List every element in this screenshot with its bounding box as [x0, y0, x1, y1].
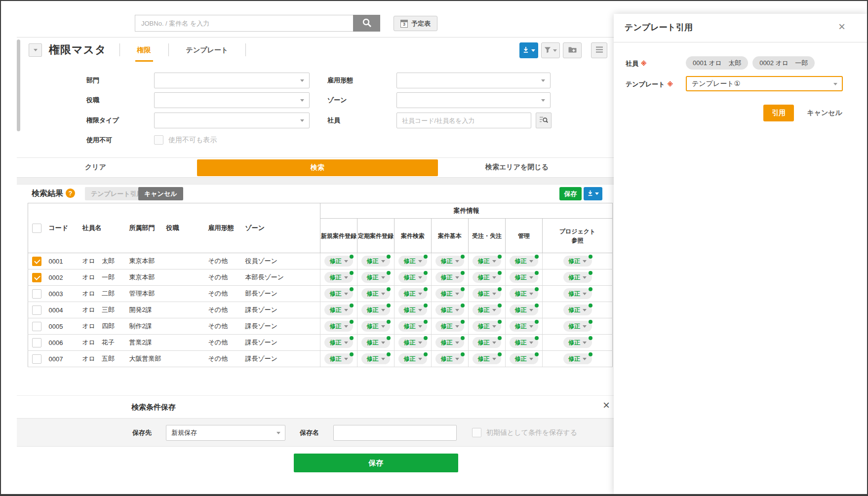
cell-permission: 修正 — [395, 351, 432, 367]
permission-dropdown[interactable]: 修正 — [563, 305, 592, 315]
permission-dropdown[interactable]: 修正 — [435, 305, 464, 315]
save-name-input[interactable] — [333, 425, 457, 441]
permission-dropdown[interactable]: 修正 — [398, 288, 427, 299]
permission-dropdown[interactable]: 修正 — [324, 305, 353, 315]
select-all-checkbox[interactable] — [32, 224, 41, 233]
save-condition-button[interactable]: 保存 — [294, 454, 458, 472]
tab-template[interactable]: テンプレート — [169, 38, 246, 62]
permission-dropdown[interactable]: 修正 — [324, 321, 353, 332]
permission-dropdown[interactable]: 修正 — [473, 337, 501, 348]
row-checkbox[interactable] — [32, 289, 41, 299]
permission-dropdown[interactable]: 修正 — [398, 353, 427, 364]
tab-permission[interactable]: 権限 — [120, 38, 168, 62]
permission-dropdown[interactable]: 修正 — [563, 353, 592, 364]
cell-permission: 修正 — [432, 302, 469, 318]
role-select[interactable] — [154, 92, 310, 108]
row-checkbox[interactable] — [32, 354, 41, 364]
permission-dropdown[interactable]: 修正 — [473, 288, 501, 299]
permission-dropdown[interactable]: 修正 — [510, 288, 538, 299]
employee-search-input[interactable] — [396, 113, 531, 128]
cancel-button[interactable]: キャンセル — [138, 187, 183, 200]
save-as-default-checkbox[interactable] — [472, 428, 481, 437]
close-icon[interactable]: × — [838, 21, 845, 33]
download-button[interactable] — [519, 42, 538, 58]
permission-dropdown[interactable]: 修正 — [398, 337, 427, 348]
employee-advanced-search-button[interactable] — [536, 113, 552, 128]
permission-dropdown[interactable]: 修正 — [563, 272, 592, 283]
permission-dropdown[interactable]: 修正 — [361, 256, 390, 267]
permission-dropdown[interactable]: 修正 — [398, 256, 427, 267]
permission-dropdown[interactable]: 修正 — [563, 256, 592, 267]
permission-dropdown[interactable]: 修正 — [435, 353, 464, 364]
permission-dropdown[interactable]: 修正 — [361, 337, 390, 348]
permission-dropdown[interactable]: 修正 — [435, 272, 464, 283]
col-dept: 所属部門 — [126, 203, 163, 253]
permission-dropdown[interactable]: 修正 — [324, 272, 353, 283]
save-dest-select[interactable]: 新規保存 — [166, 425, 285, 441]
download-results-button[interactable] — [584, 187, 602, 200]
dept-select[interactable] — [154, 73, 310, 88]
close-icon[interactable]: × — [603, 399, 610, 411]
emp-type-select[interactable] — [396, 73, 551, 88]
permission-dropdown[interactable]: 修正 — [473, 272, 501, 283]
row-checkbox[interactable] — [32, 322, 41, 331]
permission-dropdown[interactable]: 修正 — [563, 288, 592, 299]
permission-status-dot — [424, 352, 428, 356]
permission-dropdown[interactable]: 修正 — [361, 321, 390, 332]
permission-dropdown[interactable]: 修正 — [473, 256, 501, 267]
permission-dropdown[interactable]: 修正 — [324, 256, 353, 267]
permission-dropdown[interactable]: 修正 — [361, 305, 390, 315]
schedule-button[interactable]: 3 予定表 — [394, 16, 437, 31]
menu-button[interactable] — [591, 42, 607, 58]
row-checkbox[interactable] — [32, 338, 41, 347]
permission-dropdown[interactable]: 修正 — [563, 337, 592, 348]
permission-dropdown[interactable]: 修正 — [510, 256, 538, 267]
permission-status-dot — [461, 336, 465, 340]
permission-dropdown[interactable]: 修正 — [324, 353, 353, 364]
add-folder-button[interactable] — [563, 42, 582, 58]
permission-dropdown[interactable]: 修正 — [361, 272, 390, 283]
employee-tag[interactable]: 0001 オロ 太郎 — [686, 56, 748, 70]
global-search-button[interactable] — [353, 15, 380, 32]
clear-button[interactable]: クリア — [85, 163, 106, 172]
employee-tag[interactable]: 0002 オロ 一郎 — [752, 56, 815, 70]
apply-template-button[interactable]: 引用 — [763, 105, 794, 121]
help-icon[interactable]: ? — [66, 189, 75, 198]
close-search-area-button[interactable]: 検索エリアを閉じる — [485, 163, 549, 172]
permission-dropdown[interactable]: 修正 — [398, 305, 427, 315]
permission-dropdown[interactable]: 修正 — [435, 256, 464, 267]
perm-type-select[interactable] — [154, 113, 310, 128]
permission-dropdown[interactable]: 修正 — [361, 353, 390, 364]
permission-dropdown[interactable]: 修正 — [361, 288, 390, 299]
permission-dropdown[interactable]: 修正 — [510, 272, 538, 283]
cancel-template-button[interactable]: キャンセル — [807, 109, 842, 117]
global-search-input[interactable] — [135, 15, 353, 32]
row-checkbox[interactable] — [32, 305, 41, 315]
permission-dropdown[interactable]: 修正 — [563, 321, 592, 332]
row-checkbox[interactable] — [32, 273, 41, 282]
template-select[interactable]: テンプレート① — [686, 76, 843, 91]
filter-button[interactable] — [541, 42, 560, 58]
permission-dropdown[interactable]: 修正 — [435, 321, 464, 332]
template-quote-actions: 引用 キャンセル — [763, 105, 842, 121]
permission-dropdown[interactable]: 修正 — [398, 272, 427, 283]
permission-dropdown[interactable]: 修正 — [324, 288, 353, 299]
chevron-down-icon — [455, 260, 459, 263]
permission-dropdown[interactable]: 修正 — [473, 353, 501, 364]
show-disabled-checkbox[interactable] — [154, 135, 163, 145]
row-checkbox[interactable] — [32, 257, 41, 266]
permission-dropdown[interactable]: 修正 — [510, 305, 538, 315]
permission-dropdown[interactable]: 修正 — [435, 337, 464, 348]
permission-dropdown[interactable]: 修正 — [510, 337, 538, 348]
title-dropdown-button[interactable] — [29, 43, 42, 57]
permission-dropdown[interactable]: 修正 — [435, 288, 464, 299]
permission-dropdown[interactable]: 修正 — [324, 337, 353, 348]
zone-select[interactable] — [396, 92, 551, 108]
permission-dropdown[interactable]: 修正 — [510, 353, 538, 364]
permission-dropdown[interactable]: 修正 — [473, 305, 501, 315]
permission-dropdown[interactable]: 修正 — [510, 321, 538, 332]
search-button[interactable]: 検索 — [197, 159, 438, 176]
permission-dropdown[interactable]: 修正 — [398, 321, 427, 332]
permission-dropdown[interactable]: 修正 — [473, 321, 501, 332]
save-results-button[interactable]: 保存 — [559, 187, 582, 200]
